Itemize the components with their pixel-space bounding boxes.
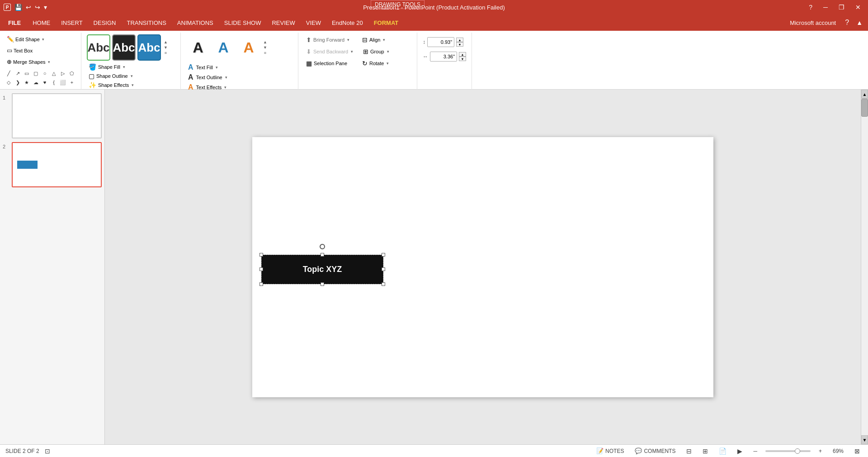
comments-button[interactable]: 💬 COMMENTS xyxy=(632,447,678,455)
diamond-icon[interactable]: ◇ xyxy=(5,78,13,86)
shape-fill-dropdown-icon[interactable]: ▾ xyxy=(123,65,125,69)
shape-effects-dropdown-icon[interactable]: ▾ xyxy=(132,83,134,87)
zoom-in-button[interactable]: + xyxy=(816,447,825,455)
save-icon[interactable]: 💾 xyxy=(14,4,22,11)
shape-effects-button[interactable]: ✨ Shape Effects ▾ xyxy=(87,81,169,90)
heart-icon[interactable]: ♥ xyxy=(41,78,49,86)
shape-style-3-button[interactable]: Abc xyxy=(137,34,161,61)
handle-top-right[interactable] xyxy=(382,253,385,257)
bracket-icon[interactable]: { xyxy=(50,78,58,86)
scroll-track[interactable] xyxy=(861,99,868,435)
height-down-button[interactable]: ▼ xyxy=(456,42,463,47)
rounded-rect-icon[interactable]: ▢ xyxy=(32,69,40,77)
scroll-up-button[interactable]: ▲ xyxy=(861,90,868,99)
menu-file[interactable]: FILE xyxy=(2,14,27,31)
wordart-up[interactable]: ▲ xyxy=(262,40,268,44)
cloud-icon[interactable]: ☁ xyxy=(32,78,40,86)
shape-style-1-button[interactable]: Abc xyxy=(87,34,110,61)
rotate-dropdown-icon[interactable]: ▾ xyxy=(387,61,389,66)
line-icon[interactable]: ╱ xyxy=(5,69,13,77)
slide-1-thumbnail[interactable] xyxy=(12,93,102,138)
merge-shapes-button[interactable]: ⊕ Merge Shapes ▾ xyxy=(4,57,53,67)
rect-icon[interactable]: ▭ xyxy=(23,69,31,77)
slide-2-thumbnail[interactable] xyxy=(12,142,102,187)
shape-style-2-button[interactable]: Abc xyxy=(112,34,136,61)
slide-canvas[interactable]: Topic XYZ xyxy=(252,137,713,397)
menu-animations[interactable]: ANIMATIONS xyxy=(172,14,219,31)
menu-view[interactable]: VIEW xyxy=(301,14,326,31)
width-input[interactable] xyxy=(430,52,457,62)
customize-icon[interactable]: ▾ xyxy=(44,4,47,11)
send-backward-button[interactable]: ⬇ Send Backward ▾ xyxy=(302,46,357,57)
edit-shape-button[interactable]: ✏️ Edit Shape ▾ xyxy=(4,34,47,44)
merge-dropdown-icon[interactable]: ▾ xyxy=(48,60,50,64)
text-box-button[interactable]: ▭ Text Box xyxy=(4,46,36,55)
handle-top-left[interactable] xyxy=(259,253,263,257)
text-outline-button[interactable]: A Text Outline ▾ xyxy=(186,72,268,82)
restore-button[interactable]: ❐ xyxy=(835,3,848,12)
fit-slide-button[interactable]: ⊠ xyxy=(852,447,863,456)
height-up-button[interactable]: ▲ xyxy=(456,38,463,42)
send-backward-dropdown-icon[interactable]: ▾ xyxy=(351,49,353,54)
help-icon[interactable]: ? xyxy=(841,17,853,29)
group-dropdown-icon[interactable]: ▾ xyxy=(387,49,389,54)
shape-fill-button[interactable]: 🪣 Shape Fill ▾ xyxy=(87,62,169,71)
handle-bottom-right[interactable] xyxy=(382,282,385,286)
zoom-slider[interactable] xyxy=(765,450,811,452)
scroll-thumb[interactable] xyxy=(861,99,868,117)
shape-outline-dropdown-icon[interactable]: ▾ xyxy=(131,74,133,78)
text-effects-dropdown-icon[interactable]: ▾ xyxy=(224,85,226,90)
handle-bottom-left[interactable] xyxy=(259,282,263,286)
shape-styles-down[interactable]: ▼ xyxy=(163,45,169,50)
arrow-icon[interactable]: ↗ xyxy=(14,69,22,77)
normal-view-button[interactable]: ⊟ xyxy=(684,447,694,456)
rtri-icon[interactable]: ▷ xyxy=(59,69,67,77)
menu-slideshow[interactable]: SLIDE SHOW xyxy=(219,14,267,31)
bring-forward-button[interactable]: ⬆ Bring Forward ▾ xyxy=(302,34,356,45)
width-up-button[interactable]: ▲ xyxy=(459,52,466,57)
presentation-mode-button[interactable]: ▶ xyxy=(735,447,745,456)
menu-home[interactable]: HOME xyxy=(27,14,56,31)
handle-middle-left[interactable] xyxy=(259,267,263,271)
star-icon[interactable]: ★ xyxy=(23,78,31,86)
flow-icon[interactable]: ⬜ xyxy=(59,78,67,86)
text-fill-button[interactable]: A Text Fill ▾ xyxy=(186,62,268,72)
ribbon-minimize[interactable]: ▲ xyxy=(853,18,866,27)
text-outline-dropdown-icon[interactable]: ▾ xyxy=(225,75,227,80)
menu-design[interactable]: DESIGN xyxy=(88,14,122,31)
align-dropdown-icon[interactable]: ▾ xyxy=(383,38,385,42)
menu-insert[interactable]: INSERT xyxy=(56,14,88,31)
minimize-button[interactable]: ─ xyxy=(820,3,831,12)
chevron-icon[interactable]: ❯ xyxy=(14,78,22,86)
wordart-down[interactable]: ▼ xyxy=(262,45,268,50)
wordart-orange-button[interactable]: A xyxy=(237,34,260,61)
bring-forward-dropdown-icon[interactable]: ▾ xyxy=(347,38,349,42)
tri-icon[interactable]: △ xyxy=(50,69,58,77)
wordart-blue-button[interactable]: A xyxy=(212,34,235,61)
zoom-out-button[interactable]: ─ xyxy=(750,447,760,455)
canvas-area[interactable]: Topic XYZ xyxy=(105,90,861,444)
text-box-shape[interactable]: Topic XYZ xyxy=(261,255,383,284)
menu-transitions[interactable]: TRANSITIONS xyxy=(121,14,171,31)
oval-icon[interactable]: ○ xyxy=(41,69,49,77)
text-fill-dropdown-icon[interactable]: ▾ xyxy=(216,65,218,70)
handle-top-middle[interactable] xyxy=(321,253,324,257)
edit-shape-dropdown-icon[interactable]: ▾ xyxy=(42,37,44,42)
wordart-black-button[interactable]: A xyxy=(186,34,210,61)
close-button[interactable]: ✕ xyxy=(852,3,864,12)
slide-fit-button[interactable]: ⊡ xyxy=(45,447,50,455)
ms-account[interactable]: Microsoft account xyxy=(784,18,841,28)
pent-icon[interactable]: ⬠ xyxy=(68,69,76,77)
plus-icon[interactable]: + xyxy=(68,78,76,86)
selection-pane-button[interactable]: ▦ Selection Pane xyxy=(302,58,356,69)
notes-button[interactable]: 📝 NOTES xyxy=(594,447,627,455)
zoom-level[interactable]: 69% xyxy=(830,447,846,455)
shape-outline-button[interactable]: ▢ Shape Outline ▾ xyxy=(87,71,169,81)
scroll-down-button[interactable]: ▼ xyxy=(861,435,868,444)
handle-bottom-middle[interactable] xyxy=(321,282,324,286)
wordart-expand[interactable]: ≡ xyxy=(262,51,268,55)
slide-sorter-button[interactable]: ⊞ xyxy=(700,447,711,456)
undo-icon[interactable]: ↩ xyxy=(26,4,31,11)
menu-format[interactable]: FORMAT xyxy=(368,14,404,31)
rotate-button[interactable]: ↻ Rotate ▾ xyxy=(358,58,412,69)
